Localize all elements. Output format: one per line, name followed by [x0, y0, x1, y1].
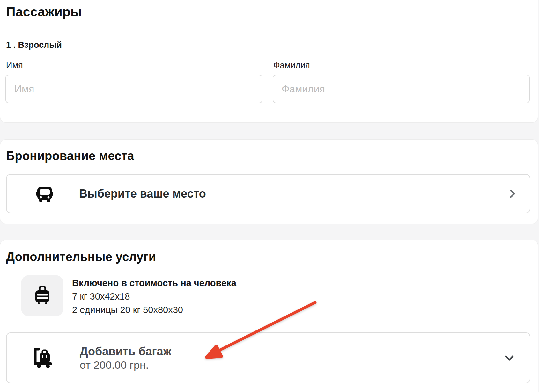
add-baggage-price: от 200.00 грн.: [80, 359, 171, 371]
passengers-section: Пассажиры 1 . Взрослый Имя Фамилия: [0, 0, 538, 123]
first-name-input[interactable]: [5, 75, 262, 103]
last-name-input[interactable]: [273, 75, 530, 103]
baggage-cart-icon: [34, 348, 53, 368]
additional-services-title: Дополнительные услуги: [6, 250, 156, 264]
add-baggage-title: Добавить багаж: [80, 345, 171, 359]
suitcase-icon: [35, 286, 50, 306]
first-name-group: Имя: [5, 61, 262, 103]
select-seat-label: Выберите ваше место: [79, 187, 206, 200]
included-line-1: 7 кг 30x42x18: [72, 290, 236, 303]
additional-services-section: Дополнительные услуги Включено в стоимос…: [0, 240, 538, 392]
select-seat-button[interactable]: Выберите ваше место: [6, 174, 530, 213]
bus-icon: [36, 185, 53, 203]
chevron-down-icon: [504, 352, 515, 364]
last-name-label: Фамилия: [273, 61, 528, 70]
checkout-page: { "passengers": { "title": "Пассажиры", …: [0, 0, 539, 392]
page-title: Пассажиры: [6, 4, 82, 19]
passenger-item-label: 1 . Взрослый: [6, 40, 62, 50]
add-baggage-button[interactable]: Добавить багаж от 200.00 грн.: [6, 332, 530, 383]
seat-booking-title: Бронирование места: [6, 149, 134, 163]
suitcase-icon-box: [21, 275, 63, 316]
included-title: Включено в стоимость на человека: [72, 276, 236, 290]
passenger-fields: Имя Фамилия: [5, 61, 530, 103]
add-baggage-text: Добавить багаж от 200.00 грн.: [80, 345, 171, 371]
included-baggage-text: Включено в стоимость на человека 7 кг 30…: [72, 275, 236, 316]
included-baggage-info: Включено в стоимость на человека 7 кг 30…: [21, 275, 236, 316]
included-line-2: 2 единицы 20 кг 50x80x30: [72, 303, 236, 316]
seat-booking-section: Бронирование места Выберите ваше место: [0, 139, 538, 224]
chevron-right-icon: [507, 188, 518, 199]
first-name-label: Имя: [6, 61, 261, 70]
last-name-group: Фамилия: [273, 61, 530, 103]
divider: [5, 27, 530, 27]
